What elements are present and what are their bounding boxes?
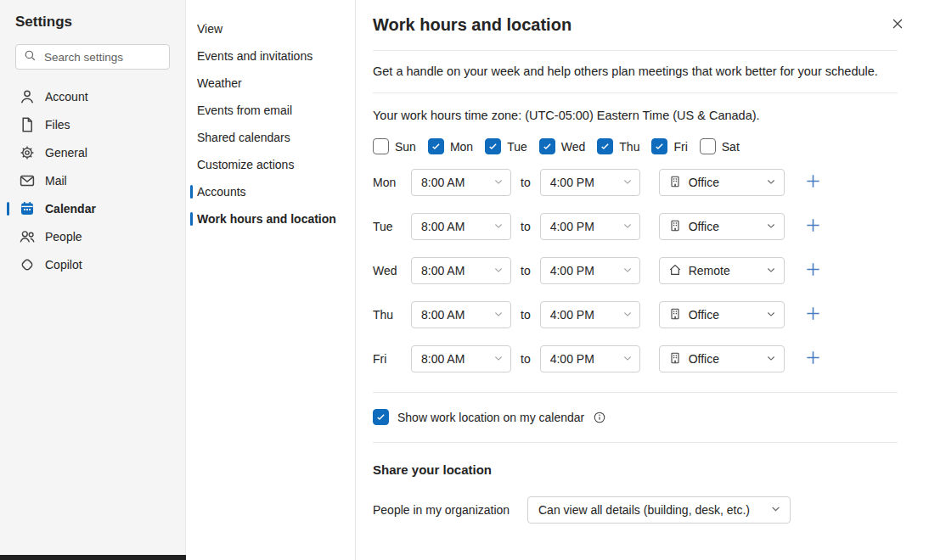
- subnav-item-view[interactable]: View: [186, 15, 355, 42]
- checkbox: [373, 409, 389, 425]
- schedule-list: Mon 8:00 AM to 4:00 PM Office Tue 8:00 A…: [373, 160, 898, 393]
- subnav-item-label: Events from email: [197, 104, 292, 117]
- day-toggle-label: Thu: [619, 140, 639, 154]
- plus-icon: [804, 172, 822, 193]
- sidebar-item-general[interactable]: General: [0, 139, 185, 166]
- checkbox: [700, 138, 716, 154]
- end-time-dropdown[interactable]: 4:00 PM: [540, 257, 640, 284]
- page-title: Work hours and location: [373, 15, 571, 35]
- building-icon: [668, 351, 682, 367]
- search-input[interactable]: [42, 50, 161, 64]
- start-time-value: 8:00 AM: [421, 308, 493, 322]
- day-toggle-label: Sat: [722, 140, 740, 154]
- work-hours-panel: Work hours and location Get a handle on …: [356, 0, 929, 560]
- add-time-slot-button[interactable]: [804, 350, 823, 368]
- end-time-value: 4:00 PM: [550, 352, 622, 366]
- building-icon: [668, 307, 682, 323]
- subnav-item-label: Work hours and location: [197, 212, 336, 226]
- to-label: to: [521, 176, 531, 189]
- window-edge: [0, 555, 186, 560]
- calendar-settings-subnav: View Events and invitations Weather Even…: [186, 0, 356, 560]
- chevron-down-icon: [622, 220, 633, 233]
- start-time-dropdown[interactable]: 8:00 AM: [411, 345, 511, 372]
- start-time-dropdown[interactable]: 8:00 AM: [411, 213, 511, 240]
- subnav-item-accounts[interactable]: Accounts: [186, 178, 355, 205]
- day-toggle-label: Tue: [507, 140, 527, 154]
- people-icon: [19, 228, 36, 245]
- add-time-slot-button[interactable]: [804, 217, 823, 236]
- chevron-down-icon: [622, 264, 633, 277]
- sidebar-item-files[interactable]: Files: [0, 111, 185, 138]
- close-button[interactable]: [884, 12, 911, 39]
- calendar-icon: [19, 200, 36, 217]
- day-toggle-fri[interactable]: Fri: [651, 138, 687, 154]
- checkbox: [485, 138, 501, 154]
- info-icon[interactable]: [593, 411, 606, 424]
- subnav-item-label: Shared calendars: [197, 131, 290, 144]
- checkbox: [373, 138, 389, 154]
- location-dropdown[interactable]: Office: [659, 169, 785, 196]
- to-label: to: [521, 352, 531, 366]
- end-time-dropdown[interactable]: 4:00 PM: [540, 301, 640, 328]
- day-label: Tue: [373, 220, 411, 233]
- day-toggle-mon[interactable]: Mon: [428, 138, 473, 154]
- day-label: Mon: [373, 176, 411, 189]
- location-value: Office: [689, 220, 759, 233]
- end-time-dropdown[interactable]: 4:00 PM: [540, 213, 640, 240]
- day-label: Thu: [373, 308, 411, 322]
- location-dropdown[interactable]: Remote: [659, 257, 785, 284]
- sidebar-item-calendar[interactable]: Calendar: [0, 195, 185, 222]
- day-toggle-label: Fri: [673, 140, 687, 154]
- subnav-item-events-from-email[interactable]: Events from email: [186, 97, 355, 124]
- description-text: Get a handle on your week and help other…: [373, 51, 898, 93]
- end-time-dropdown[interactable]: 4:00 PM: [540, 169, 640, 196]
- location-dropdown[interactable]: Office: [659, 301, 785, 328]
- sidebar-item-account[interactable]: Account: [0, 83, 185, 110]
- subnav-item-shared-calendars[interactable]: Shared calendars: [186, 124, 355, 151]
- location-dropdown[interactable]: Office: [659, 213, 785, 240]
- search-icon: [24, 49, 37, 64]
- show-work-location-label: Show work location on my calendar: [397, 411, 584, 424]
- show-work-location-toggle[interactable]: Show work location on my calendar: [373, 393, 898, 443]
- timezone-text: Your work hours time zone: (UTC-05:00) E…: [373, 93, 898, 122]
- day-toggle-wed[interactable]: Wed: [539, 138, 586, 154]
- sidebar-item-mail[interactable]: Mail: [0, 167, 185, 194]
- subnav-item-label: View: [197, 22, 222, 36]
- share-permission-dropdown[interactable]: Can view all details (building, desk, et…: [527, 496, 791, 524]
- start-time-dropdown[interactable]: 8:00 AM: [411, 301, 511, 328]
- sidebar-item-people[interactable]: People: [0, 223, 185, 250]
- person-icon: [19, 88, 36, 105]
- location-dropdown[interactable]: Office: [659, 345, 785, 372]
- add-time-slot-button[interactable]: [804, 305, 823, 324]
- to-label: to: [521, 264, 531, 277]
- day-toggle-label: Wed: [561, 140, 586, 154]
- start-time-dropdown[interactable]: 8:00 AM: [411, 257, 511, 284]
- add-time-slot-button[interactable]: [804, 173, 823, 192]
- day-toggle-thu[interactable]: Thu: [597, 138, 639, 154]
- search-settings-box[interactable]: [15, 44, 170, 70]
- sidebar-item-label: Mail: [45, 174, 67, 188]
- day-toggle-tue[interactable]: Tue: [485, 138, 527, 154]
- add-time-slot-button[interactable]: [804, 261, 823, 280]
- chevron-down-icon: [766, 308, 776, 322]
- day-toggle-sun[interactable]: Sun: [373, 138, 416, 154]
- start-time-value: 8:00 AM: [421, 352, 493, 366]
- subnav-item-weather[interactable]: Weather: [186, 70, 355, 97]
- start-time-dropdown[interactable]: 8:00 AM: [411, 169, 511, 196]
- subnav-item-label: Accounts: [197, 185, 246, 199]
- settings-sidebar: Settings Account Files General: [0, 0, 186, 560]
- subnav-item-label: Customize actions: [197, 158, 294, 171]
- sidebar-item-label: General: [45, 146, 87, 160]
- plus-icon: [804, 216, 822, 237]
- day-toggle-sat[interactable]: Sat: [700, 138, 740, 154]
- share-location-heading: Share your location: [373, 462, 898, 477]
- subnav-item-customize-actions[interactable]: Customize actions: [186, 151, 355, 178]
- sidebar-item-copilot[interactable]: Copilot: [0, 251, 185, 278]
- copilot-icon: [19, 256, 36, 273]
- end-time-dropdown[interactable]: 4:00 PM: [540, 345, 640, 372]
- to-label: to: [521, 308, 531, 322]
- chevron-down-icon: [766, 352, 776, 366]
- subnav-item-work-hours-and-location[interactable]: Work hours and location: [186, 205, 355, 232]
- chevron-down-icon: [766, 220, 776, 233]
- subnav-item-events-and-invitations[interactable]: Events and invitations: [186, 42, 355, 70]
